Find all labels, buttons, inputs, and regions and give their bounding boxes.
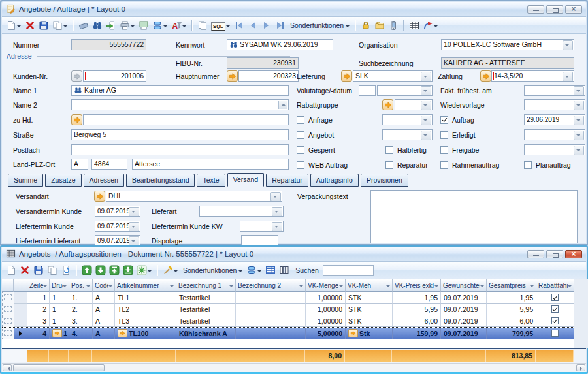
- scroll-left-button[interactable]: [3, 364, 12, 371]
- cell-vk_preis_exkl[interactable]: 5,95: [393, 304, 441, 315]
- cell-gewuenschter[interactable]: 09.07.2019: [441, 315, 487, 327]
- phone-icon-button[interactable]: [387, 18, 400, 33]
- valutatage-datum-combo[interactable]: [377, 85, 433, 96]
- cell-code[interactable]: A: [93, 315, 115, 327]
- rabattfaehig-checkbox[interactable]: [551, 317, 559, 324]
- rahmenauftrag-label[interactable]: Rahmenauftrag: [452, 161, 499, 170]
- kennwort-field[interactable]: SYSADM WK 29.06.2019: [227, 39, 333, 50]
- row-header[interactable]: [14, 304, 27, 315]
- erledigt-checkbox[interactable]: [440, 131, 448, 139]
- tab-reparatur[interactable]: Reparatur: [266, 174, 308, 187]
- close-button[interactable]: [565, 250, 582, 258]
- cell-vk_preis_exkl[interactable]: 6,00: [393, 315, 441, 327]
- dropdown-button[interactable]: [574, 146, 584, 155]
- cell-druck[interactable]: 1: [50, 304, 69, 315]
- dropdown-button[interactable]: [574, 101, 584, 110]
- tab-adressen[interactable]: Adressen: [84, 174, 124, 187]
- cell-vk_menge[interactable]: 1,00000: [306, 304, 346, 315]
- organisation-combo[interactable]: 10 POLLEX-LC Software GmbH: [441, 39, 574, 50]
- table-row[interactable]: 212.ATL2Testartikel1,00000STK5,9509.07.2…: [2, 304, 574, 315]
- freigabe-label[interactable]: Freigabe: [452, 146, 479, 155]
- cell-bezeichnung1[interactable]: Testartikel: [176, 315, 236, 327]
- delete-icon-button[interactable]: [18, 263, 31, 277]
- cell-pos[interactable]: 3.: [69, 315, 93, 327]
- cell-code[interactable]: A: [93, 328, 115, 339]
- zahlung-goto-button[interactable]: [480, 70, 491, 82]
- rabattgruppe-combo[interactable]: [395, 99, 433, 110]
- save-icon-button[interactable]: [37, 18, 50, 33]
- planauftrag-checkbox[interactable]: [524, 161, 532, 169]
- hauptnummer-field[interactable]: 200323: [238, 70, 299, 82]
- zahlung-combo[interactable]: 14-3,5/20: [491, 70, 574, 82]
- row-header[interactable]: [14, 292, 27, 304]
- snowflake-icon-button[interactable]: [135, 263, 154, 277]
- kunden-nr-lookup-button[interactable]: [71, 70, 82, 82]
- cell-gewuenschter[interactable]: 09.07.2019: [441, 304, 487, 315]
- name1-field[interactable]: Kahrer AG: [71, 85, 289, 96]
- tab-auftragsinfo[interactable]: Auftragsinfo: [310, 174, 359, 187]
- halbfertig-label[interactable]: Halbfertig: [397, 146, 427, 155]
- nummer-field[interactable]: 555557722: [71, 39, 146, 50]
- filter-dropdown-icon[interactable]: [86, 285, 90, 289]
- cell-vk_meh[interactable]: STK: [346, 304, 393, 315]
- new-document-icon-button[interactable]: [5, 18, 23, 33]
- filter-dropdown-icon[interactable]: [63, 285, 67, 289]
- plz-field[interactable]: 4864: [91, 159, 127, 170]
- cell-rabattfaehig[interactable]: [536, 292, 574, 304]
- filter-dropdown-icon[interactable]: [43, 285, 47, 289]
- orange-arrow-button[interactable]: [348, 329, 358, 337]
- cell-gesamtpreis[interactable]: 6,00: [487, 315, 536, 327]
- cell-pos[interactable]: 4.: [69, 328, 93, 339]
- fibu-nr-field[interactable]: 230931: [227, 57, 299, 69]
- move-up-icon-button[interactable]: [80, 263, 93, 277]
- angebot-label[interactable]: Angebot: [308, 131, 334, 140]
- tab-versand[interactable]: Versand: [227, 173, 265, 187]
- delete-icon-button[interactable]: [24, 18, 37, 33]
- cell-code[interactable]: A: [93, 292, 115, 304]
- font-filter-icon-button[interactable]: A: [170, 18, 188, 33]
- hauptnummer-goto-button[interactable]: [227, 70, 238, 82]
- versandtermin-kunde-combo[interactable]: 09.07.2019: [95, 206, 140, 217]
- dispotage-field[interactable]: [241, 235, 278, 246]
- new-document-icon-button[interactable]: [5, 263, 18, 277]
- angebot-checkbox[interactable]: [297, 131, 304, 139]
- sonderfunktionen-menu[interactable]: Sonderfunktionen: [287, 18, 351, 33]
- rabattfaehig-checkbox[interactable]: [551, 305, 559, 313]
- cell-rabattfaehig[interactable]: [536, 328, 574, 339]
- cell-bezeichnung1[interactable]: Kühlschrank A: [176, 328, 236, 339]
- find-binoculars-icon-button[interactable]: [91, 18, 104, 33]
- spinner-buttons[interactable]: [278, 101, 287, 109]
- horizontal-scrollbar[interactable]: [2, 363, 586, 372]
- lieferung-combo[interactable]: SLK: [353, 70, 433, 82]
- gesperrt-label[interactable]: Gesperrt: [308, 146, 335, 155]
- liefertermin-kunde-combo[interactable]: 09.07.2019: [95, 221, 140, 232]
- cell-gewuenschter[interactable]: 09.07.2019: [441, 328, 487, 339]
- dropdown-button[interactable]: [421, 72, 431, 82]
- table-row[interactable]: 313.ATL3Testartikel1,00000STK6,0009.07.2…: [2, 315, 574, 327]
- move-top-icon-button[interactable]: [108, 263, 121, 277]
- cell-zeile[interactable]: 2: [27, 304, 50, 315]
- dropdown-button[interactable]: [563, 40, 573, 50]
- grid-column-header-vk_preis_exkl[interactable]: VK-Preis exkl: [393, 279, 441, 292]
- ort-field[interactable]: Attersee: [132, 159, 289, 170]
- grid-column-header-artikelnummer[interactable]: Artikelnummer: [115, 279, 176, 292]
- cell-vk_menge[interactable]: 1,00000: [306, 292, 346, 304]
- freigabe-checkbox[interactable]: [440, 146, 448, 154]
- nav-next-icon-button[interactable]: [260, 18, 273, 33]
- cell-bezeichnung1[interactable]: Testartikel: [176, 304, 236, 315]
- scrollbar-thumb[interactable]: [13, 364, 105, 371]
- dropdown-button[interactable]: [129, 222, 139, 232]
- zu-hd-field[interactable]: [83, 114, 289, 125]
- verpackungstext-textarea[interactable]: [370, 190, 578, 243]
- close-button[interactable]: [565, 5, 582, 14]
- sql-icon-button[interactable]: SQL: [210, 18, 232, 33]
- grid-column-header-gesamtpreis[interactable]: Gesamtpreis: [487, 279, 536, 292]
- cell-gesamtpreis[interactable]: 1,95: [487, 292, 536, 304]
- grid-column-header-zeile[interactable]: Zeile: [27, 279, 50, 292]
- rabattfaehig-checkbox[interactable]: [551, 330, 559, 337]
- goto-arrow-icon-button[interactable]: [421, 18, 440, 33]
- grid-column-header-bezeichnung2[interactable]: Bezeichnung 2: [236, 279, 306, 292]
- cell-druck[interactable]: 1: [50, 292, 69, 304]
- save-icon-button[interactable]: [32, 263, 45, 277]
- table-grid-icon-button[interactable]: [408, 18, 421, 33]
